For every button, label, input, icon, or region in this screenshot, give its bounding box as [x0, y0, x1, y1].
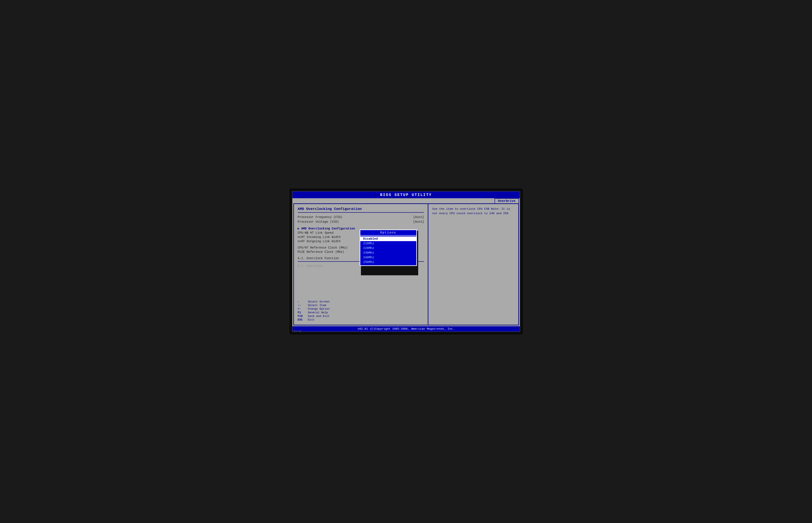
option-230mhz[interactable]: 230Mhz	[360, 251, 416, 255]
options-title: Options	[360, 230, 416, 236]
ai-overclock-label[interactable]: A.I. Overclock	[298, 264, 323, 268]
key-change-option-desc: Change Option	[308, 307, 329, 310]
keybinding-select-screen: ← Select Screen	[298, 300, 516, 303]
section-title: AMD Overclocking Configuration	[298, 207, 424, 211]
option-210mhz[interactable]: 210Mhz	[360, 241, 416, 246]
menu-item-processor-frequency[interactable]: Processor Frequency (FID) [Auto]	[298, 215, 424, 219]
monitor: BIOS SETUP UTILITY OverDrive AMD Overclo…	[289, 188, 523, 335]
key-f10: F10	[298, 314, 308, 318]
key-arrow: ←	[298, 300, 308, 303]
option-250mhz[interactable]: 250Mhz	[360, 260, 416, 265]
tab-overdrive[interactable]: OverDrive	[494, 198, 519, 203]
processor-voltage-label: Processor Voltage (VID)	[298, 220, 339, 223]
key-general-help-desc: General Help	[308, 311, 328, 314]
key-save-exit-desc: Save and Exit	[308, 314, 329, 318]
screen: BIOS SETUP UTILITY OverDrive AMD Overclo…	[292, 191, 520, 332]
help-text: Use the item to overclock CPU FSB Note: …	[432, 207, 514, 216]
option-220mhz[interactable]: 220Mhz	[360, 246, 416, 251]
key-exit-desc: Exit	[308, 318, 315, 321]
processor-frequency-label: Processor Frequency (FID)	[298, 215, 342, 219]
footer-text: v02.61 (C)Copyright 1985-2006, American …	[358, 327, 454, 330]
processor-voltage-value: [Auto]	[413, 220, 424, 223]
keybinding-change-option: +- Change Option	[298, 307, 516, 310]
keybinding-save-exit: F10 Save and Exit	[298, 314, 516, 318]
menu-item-processor-voltage[interactable]: Processor Voltage (VID) [Auto]	[298, 220, 424, 224]
key-f1: F1	[298, 311, 308, 314]
bios-title: BIOS SETUP UTILITY	[380, 193, 432, 197]
option-disabled[interactable]: Disabled	[360, 236, 416, 241]
key-select-item-desc: Select Item	[308, 304, 326, 307]
keybinding-exit: ESC Exit	[298, 318, 516, 321]
key-esc: ESC	[298, 318, 308, 321]
bios-title-bar: BIOS SETUP UTILITY	[292, 192, 520, 198]
section-divider	[298, 212, 424, 213]
processor-frequency-value: [Auto]	[413, 215, 424, 219]
options-popup[interactable]: Options Disabled 210Mhz 220Mhz 230Mhz	[360, 230, 417, 266]
monitor-brand: BenQ	[294, 330, 302, 333]
spacer1	[298, 224, 424, 227]
key-plusminus: +-	[298, 307, 308, 310]
options-list: Disabled 210Mhz 220Mhz 230Mhz 240Mhz	[360, 236, 416, 265]
tab-row: OverDrive	[292, 198, 520, 203]
right-panel: Use the item to overclock CPU FSB Note: …	[428, 204, 518, 325]
keybindings-section: ← Select Screen ↑↓ Select Item +- Change…	[298, 300, 516, 322]
key-updown: ↑↓	[298, 304, 308, 307]
key-select-screen-desc: Select Screen	[308, 300, 329, 303]
keybinding-general-help: F1 General Help	[298, 311, 516, 314]
option-240mhz[interactable]: 240Mhz	[360, 255, 416, 260]
keybinding-select-item: ↑↓ Select Item	[298, 304, 516, 307]
main-area: AMD Overclocking Configuration Processor…	[293, 203, 519, 325]
footer-bar: v02.61 (C)Copyright 1985-2006, American …	[292, 326, 520, 331]
